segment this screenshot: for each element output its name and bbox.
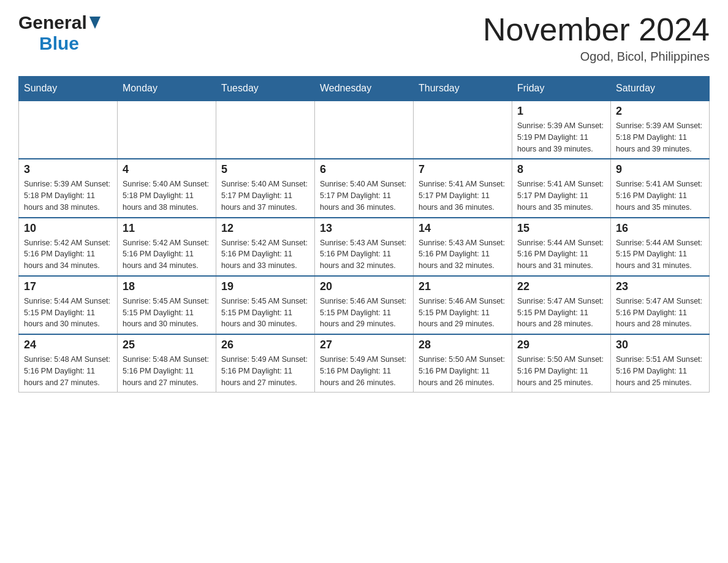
- day-info: Sunrise: 5:40 AM Sunset: 5:18 PM Dayligh…: [123, 178, 211, 213]
- day-info: Sunrise: 5:44 AM Sunset: 5:15 PM Dayligh…: [24, 296, 112, 330]
- logo-general: General: [18, 12, 87, 33]
- table-row: 29Sunrise: 5:50 AM Sunset: 5:16 PM Dayli…: [512, 334, 611, 393]
- day-info: Sunrise: 5:48 AM Sunset: 5:16 PM Dayligh…: [123, 354, 211, 388]
- table-row: 8Sunrise: 5:41 AM Sunset: 5:17 PM Daylig…: [512, 159, 611, 217]
- day-info: Sunrise: 5:43 AM Sunset: 5:16 PM Dayligh…: [320, 237, 408, 272]
- calendar-week-row: 10Sunrise: 5:42 AM Sunset: 5:16 PM Dayli…: [19, 218, 710, 276]
- col-saturday: Saturday: [611, 77, 710, 101]
- day-info: Sunrise: 5:42 AM Sunset: 5:16 PM Dayligh…: [24, 237, 112, 272]
- table-row: 4Sunrise: 5:40 AM Sunset: 5:18 PM Daylig…: [118, 159, 216, 217]
- day-number: 21: [419, 280, 507, 293]
- day-info: Sunrise: 5:44 AM Sunset: 5:15 PM Dayligh…: [616, 237, 704, 272]
- logo: General Blue: [18, 12, 100, 54]
- table-row: 28Sunrise: 5:50 AM Sunset: 5:16 PM Dayli…: [414, 334, 512, 393]
- day-number: 6: [320, 163, 408, 176]
- day-info: Sunrise: 5:42 AM Sunset: 5:16 PM Dayligh…: [123, 237, 211, 272]
- table-row: 15Sunrise: 5:44 AM Sunset: 5:16 PM Dayli…: [512, 218, 611, 276]
- day-info: Sunrise: 5:51 AM Sunset: 5:16 PM Dayligh…: [616, 354, 704, 388]
- table-row: 1Sunrise: 5:39 AM Sunset: 5:19 PM Daylig…: [512, 101, 611, 159]
- day-info: Sunrise: 5:45 AM Sunset: 5:15 PM Dayligh…: [221, 296, 309, 330]
- table-row: 19Sunrise: 5:45 AM Sunset: 5:15 PM Dayli…: [216, 276, 315, 334]
- col-friday: Friday: [512, 77, 611, 101]
- day-info: Sunrise: 5:50 AM Sunset: 5:16 PM Dayligh…: [419, 354, 507, 388]
- day-number: 29: [517, 339, 605, 351]
- day-number: 19: [221, 280, 309, 293]
- day-number: 10: [24, 222, 112, 235]
- day-info: Sunrise: 5:46 AM Sunset: 5:15 PM Dayligh…: [419, 296, 507, 330]
- page-title: November 2024: [483, 12, 710, 47]
- day-info: Sunrise: 5:46 AM Sunset: 5:15 PM Dayligh…: [320, 296, 408, 330]
- table-row: 10Sunrise: 5:42 AM Sunset: 5:16 PM Dayli…: [19, 218, 118, 276]
- logo-triangle-icon: [89, 17, 100, 31]
- day-number: 23: [616, 280, 704, 293]
- table-row: 5Sunrise: 5:40 AM Sunset: 5:17 PM Daylig…: [216, 159, 315, 217]
- day-number: 28: [419, 339, 507, 351]
- day-number: 5: [221, 163, 309, 176]
- day-info: Sunrise: 5:39 AM Sunset: 5:19 PM Dayligh…: [517, 120, 605, 155]
- day-info: Sunrise: 5:49 AM Sunset: 5:16 PM Dayligh…: [320, 354, 408, 388]
- table-row: 21Sunrise: 5:46 AM Sunset: 5:15 PM Dayli…: [414, 276, 512, 334]
- day-number: 8: [517, 163, 605, 176]
- table-row: 24Sunrise: 5:48 AM Sunset: 5:16 PM Dayli…: [19, 334, 118, 393]
- day-number: 20: [320, 280, 408, 293]
- table-row: [315, 101, 414, 159]
- table-row: [19, 101, 118, 159]
- day-number: 17: [24, 280, 112, 293]
- day-number: 24: [24, 339, 112, 351]
- table-row: 12Sunrise: 5:42 AM Sunset: 5:16 PM Dayli…: [216, 218, 315, 276]
- table-row: 16Sunrise: 5:44 AM Sunset: 5:15 PM Dayli…: [611, 218, 710, 276]
- day-info: Sunrise: 5:48 AM Sunset: 5:16 PM Dayligh…: [24, 354, 112, 388]
- day-number: 22: [517, 280, 605, 293]
- day-number: 25: [123, 339, 211, 351]
- day-info: Sunrise: 5:41 AM Sunset: 5:17 PM Dayligh…: [419, 178, 507, 213]
- table-row: 18Sunrise: 5:45 AM Sunset: 5:15 PM Dayli…: [118, 276, 216, 334]
- table-row: 6Sunrise: 5:40 AM Sunset: 5:17 PM Daylig…: [315, 159, 414, 217]
- table-row: 17Sunrise: 5:44 AM Sunset: 5:15 PM Dayli…: [19, 276, 118, 334]
- col-sunday: Sunday: [19, 77, 118, 101]
- day-number: 4: [123, 163, 211, 176]
- table-row: 30Sunrise: 5:51 AM Sunset: 5:16 PM Dayli…: [611, 334, 710, 393]
- day-info: Sunrise: 5:47 AM Sunset: 5:16 PM Dayligh…: [616, 296, 704, 330]
- col-tuesday: Tuesday: [216, 77, 315, 101]
- table-row: [216, 101, 315, 159]
- calendar-week-row: 3Sunrise: 5:39 AM Sunset: 5:18 PM Daylig…: [19, 159, 710, 217]
- day-number: 26: [221, 339, 309, 351]
- day-number: 30: [616, 339, 704, 351]
- title-area: November 2024 Ogod, Bicol, Philippines: [483, 12, 710, 64]
- calendar-header-row: Sunday Monday Tuesday Wednesday Thursday…: [19, 77, 710, 101]
- day-info: Sunrise: 5:45 AM Sunset: 5:15 PM Dayligh…: [123, 296, 211, 330]
- table-row: 2Sunrise: 5:39 AM Sunset: 5:18 PM Daylig…: [611, 101, 710, 159]
- day-number: 3: [24, 163, 112, 176]
- table-row: 13Sunrise: 5:43 AM Sunset: 5:16 PM Dayli…: [315, 218, 414, 276]
- table-row: 3Sunrise: 5:39 AM Sunset: 5:18 PM Daylig…: [19, 159, 118, 217]
- table-row: 25Sunrise: 5:48 AM Sunset: 5:16 PM Dayli…: [118, 334, 216, 393]
- col-thursday: Thursday: [414, 77, 512, 101]
- svg-marker-0: [89, 17, 100, 29]
- col-wednesday: Wednesday: [315, 77, 414, 101]
- table-row: 22Sunrise: 5:47 AM Sunset: 5:15 PM Dayli…: [512, 276, 611, 334]
- day-info: Sunrise: 5:49 AM Sunset: 5:16 PM Dayligh…: [221, 354, 309, 388]
- day-info: Sunrise: 5:39 AM Sunset: 5:18 PM Dayligh…: [616, 120, 704, 155]
- calendar-week-row: 1Sunrise: 5:39 AM Sunset: 5:19 PM Daylig…: [19, 101, 710, 159]
- table-row: 14Sunrise: 5:43 AM Sunset: 5:16 PM Dayli…: [414, 218, 512, 276]
- day-number: 11: [123, 222, 211, 235]
- day-info: Sunrise: 5:41 AM Sunset: 5:17 PM Dayligh…: [517, 178, 605, 213]
- day-info: Sunrise: 5:42 AM Sunset: 5:16 PM Dayligh…: [221, 237, 309, 272]
- day-number: 12: [221, 222, 309, 235]
- day-number: 7: [419, 163, 507, 176]
- calendar: Sunday Monday Tuesday Wednesday Thursday…: [18, 76, 710, 393]
- day-info: Sunrise: 5:44 AM Sunset: 5:16 PM Dayligh…: [517, 237, 605, 272]
- day-number: 1: [517, 105, 605, 118]
- table-row: [118, 101, 216, 159]
- day-number: 2: [616, 105, 704, 118]
- day-number: 16: [616, 222, 704, 235]
- table-row: 27Sunrise: 5:49 AM Sunset: 5:16 PM Dayli…: [315, 334, 414, 393]
- page-subtitle: Ogod, Bicol, Philippines: [483, 50, 710, 64]
- header: General Blue November 2024 Ogod, Bicol, …: [18, 12, 710, 64]
- day-info: Sunrise: 5:40 AM Sunset: 5:17 PM Dayligh…: [320, 178, 408, 213]
- calendar-week-row: 24Sunrise: 5:48 AM Sunset: 5:16 PM Dayli…: [19, 334, 710, 393]
- day-number: 14: [419, 222, 507, 235]
- day-info: Sunrise: 5:43 AM Sunset: 5:16 PM Dayligh…: [419, 237, 507, 272]
- day-number: 9: [616, 163, 704, 176]
- table-row: 23Sunrise: 5:47 AM Sunset: 5:16 PM Dayli…: [611, 276, 710, 334]
